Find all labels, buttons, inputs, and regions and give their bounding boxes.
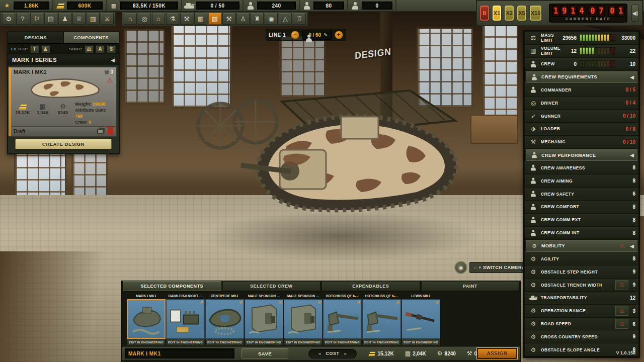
date-digit: 0 — [608, 6, 616, 17]
line-increase-button[interactable]: + — [335, 31, 343, 39]
series-collapse-icon[interactable]: ◀ — [111, 57, 115, 63]
crew-comm-int-icon — [528, 229, 539, 237]
staff-button[interactable]: ♙ — [236, 13, 250, 25]
mass-max: 33000 — [618, 35, 635, 41]
factory-button[interactable]: ⌂ — [124, 13, 137, 25]
politics-button[interactable]: ♖ — [293, 13, 306, 25]
tab-designs[interactable]: DESIGNS — [8, 32, 64, 43]
stat-row-crew-comm-ext: CREW COMM EXT 8 — [525, 214, 638, 227]
loadout-tabs: SELECTED COMPONENTS SELECTED CREW EXPEND… — [122, 281, 520, 292]
section-crew-requirements[interactable]: CREW REQUIREMENTS ◀ — [526, 71, 637, 83]
step-height-icon: ⚙ — [528, 268, 539, 276]
map-button[interactable]: △ — [279, 13, 292, 25]
camera-icon[interactable]: ◉ — [454, 261, 467, 274]
road-speed-icon: ⚙ — [528, 320, 539, 327]
army-button[interactable]: ♜ — [251, 13, 264, 25]
component-card-sponson-right[interactable]: MALE SPONSON ... × EDIT IN ENGINEERING — [284, 293, 323, 346]
resource-tanks[interactable]: 0 / 50 — [182, 0, 244, 12]
stat-row-crew-awareness: CREW AWARENESS 8 — [525, 161, 638, 174]
collapse-icon[interactable]: ◀ — [630, 152, 634, 158]
operation-range-warning-button[interactable]: ⚠ — [615, 306, 628, 316]
filter-type-button[interactable]: T — [30, 45, 39, 53]
edit-line-icon[interactable]: ✎ — [324, 32, 328, 38]
tab-selected-crew[interactable]: SELECTED CREW — [222, 281, 321, 291]
sort-cost-button[interactable]: $ — [107, 45, 116, 53]
engineering-button[interactable]: ⚒ — [180, 13, 193, 25]
switch-camera-button[interactable]: ⌂ ▾ SWITCH CAMERA — [469, 262, 530, 273]
sort-weight-button[interactable]: ⚖ — [85, 45, 94, 53]
resource-engineers[interactable]: 80 — [300, 0, 348, 12]
research-button[interactable]: ⚗ — [166, 13, 179, 25]
save-button[interactable]: SAVE — [242, 348, 289, 358]
tab-selected-components[interactable]: SELECTED COMPONENTS — [123, 281, 221, 291]
help-button[interactable]: ? — [16, 13, 29, 25]
toolbar-system-group: ⚙ ? ⚐ ▤ ♟ ♕ ▥ ⚔ — [0, 12, 116, 26]
assign-button[interactable]: ASSIGN — [477, 348, 517, 359]
line-decrease-button[interactable]: − — [291, 31, 299, 39]
tab-components[interactable]: COMPONENTS — [64, 32, 119, 43]
production-button[interactable]: ▦ — [194, 13, 207, 25]
resource-workers[interactable]: 240 — [244, 0, 300, 12]
filter-crew-button[interactable]: ♟ — [41, 45, 50, 53]
achievements-button[interactable]: ♕ — [72, 13, 86, 25]
tank-render[interactable] — [181, 70, 483, 251]
resource-materials[interactable]: ▦ 83,5K / 150K — [107, 0, 182, 12]
cost-dropdown[interactable]: ◂ COST ▸ — [308, 349, 356, 358]
component-card-machine-gun[interactable]: LEWIS MK1 × EDIT IN ENGINEERING — [401, 293, 440, 346]
design-card-mark-i-mk1[interactable]: MARK I MK1 ⚒0 ⚠ 15,12K — [10, 67, 117, 137]
sort-alpha-button[interactable]: A — [96, 45, 105, 53]
edit-in-engineering-button[interactable]: EDIT IN ENGINEERING — [127, 339, 166, 346]
resource-gold[interactable]: 600K — [53, 0, 107, 12]
speed-x10-button[interactable]: X10 — [530, 6, 542, 21]
delete-design-icon[interactable] — [108, 128, 113, 135]
trench-width-warning-button[interactable]: ⚠ — [615, 280, 628, 290]
component-card-engine[interactable]: DAIMLER-KNIGHT ... × EDIT IN ENGINEERING — [166, 293, 205, 346]
design-button[interactable]: ▧ — [208, 13, 221, 25]
edit-in-engineering-button[interactable]: EDIT IN ENGINEERING — [284, 339, 323, 346]
logistics-button[interactable]: ◉ — [265, 13, 278, 25]
collapse-icon[interactable]: ◀ — [630, 74, 634, 80]
component-card-tracks[interactable]: CENTIPEDE MK1 × EDIT IN ENGINEERING — [205, 293, 244, 346]
sound-button[interactable]: ◀) — [631, 5, 639, 22]
resource-reputation[interactable]: ★ 1,86K — [0, 0, 53, 12]
create-design-button[interactable]: CREATE DESIGN — [15, 139, 112, 149]
road-speed-warning-button[interactable]: ⚠ — [615, 319, 628, 329]
edit-in-engineering-button[interactable]: EDIT IN ENGINEERING — [205, 339, 244, 346]
edit-in-engineering-button[interactable]: EDIT IN ENGINEERING — [401, 339, 440, 346]
bar-segment — [610, 47, 612, 54]
stat-row-cross-country-speed: ⚙ CROSS COUNTRY SPEED 9 — [525, 330, 638, 343]
tab-expendables[interactable]: EXPENDABLES — [321, 281, 420, 291]
settings-button[interactable]: ⚙ — [2, 13, 15, 25]
collapse-icon[interactable]: ◀ — [630, 243, 634, 249]
stat-row-mechanic: ⚒ MECHANIC 0 / 10 — [525, 136, 638, 149]
tab-paint[interactable]: PAINT — [421, 281, 520, 291]
speed-x1-button[interactable]: X1 — [493, 6, 502, 21]
edit-in-engineering-button[interactable]: EDIT IN ENGINEERING — [323, 339, 362, 346]
encyclopedia-button[interactable]: ▥ — [87, 13, 100, 25]
edit-in-engineering-button[interactable]: EDIT IN ENGINEERING — [166, 339, 205, 346]
component-card-gun-1[interactable]: HOTCHKISS QF 6-... × EDIT IN ENGINEERING — [323, 293, 362, 346]
stat-row-crew-safety: CREW SAFETY 6 — [525, 188, 638, 201]
component-card-hull[interactable]: MARK I MK1 EDIT IN ENGINEERING — [127, 293, 166, 346]
speed-x5-button[interactable]: X5 — [517, 6, 526, 21]
reports-button[interactable]: ▤ — [44, 13, 57, 25]
edit-in-engineering-button[interactable]: EDIT IN ENGINEERING — [245, 339, 283, 346]
design-name-input[interactable] — [125, 348, 234, 358]
component-card-sponson-left[interactable]: MALE SPONSON ... × EDIT IN ENGINEERING — [245, 293, 283, 346]
world-button[interactable]: ◎ — [138, 13, 151, 25]
military-button[interactable]: ⚔ — [101, 13, 114, 25]
speed-x2-button[interactable]: X2 — [505, 6, 514, 21]
section-crew-performance[interactable]: CREW PERFORMANCE ◀ — [526, 149, 637, 161]
duplicate-design-icon[interactable] — [97, 129, 104, 134]
resource-soldiers[interactable]: 0 — [348, 0, 396, 12]
headquarters-button[interactable]: ⌂ — [152, 13, 165, 25]
construction-button[interactable]: ⚒ — [222, 13, 235, 25]
pause-button[interactable]: II — [480, 6, 489, 21]
edit-in-engineering-button[interactable]: EDIT IN ENGINEERING — [362, 339, 401, 346]
agents-button[interactable]: ♟ — [58, 13, 71, 25]
crew-comm-ext-icon — [528, 216, 539, 224]
section-mobility[interactable]: ⚙ MOBILITY ⚠ ◀ — [526, 240, 637, 252]
component-card-gun-2[interactable]: HOTCHKISS QF 6-... × EDIT IN ENGINEERING — [362, 293, 401, 346]
series-header[interactable]: MARK I SERIES ◀ — [8, 54, 119, 65]
announcements-button[interactable]: ⚐ — [30, 13, 43, 25]
